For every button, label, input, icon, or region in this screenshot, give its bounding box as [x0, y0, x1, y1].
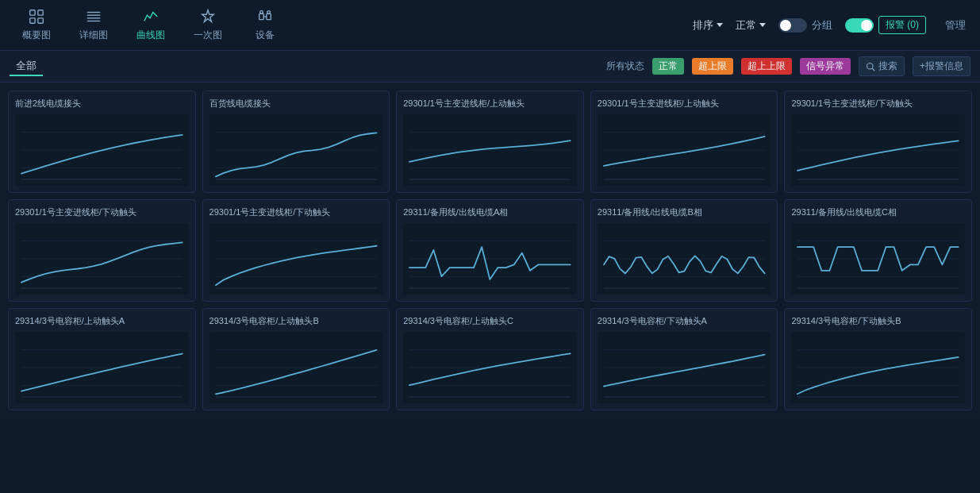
- group-toggle-group: 分组: [778, 18, 832, 33]
- nav-overview[interactable]: 概要图: [8, 0, 65, 51]
- alert-toggle[interactable]: [845, 18, 874, 33]
- chart-area: [15, 332, 189, 403]
- nav-primary[interactable]: 一次图: [179, 0, 236, 51]
- chart-card-title: 29301/1号主变进线柜/下动触头: [15, 206, 189, 218]
- status-label: 所有状态: [606, 60, 644, 73]
- chart-area: [15, 223, 189, 295]
- search-icon: [866, 62, 875, 71]
- filter-signal[interactable]: 信号异常: [800, 58, 851, 75]
- chart-card[interactable]: 29301/1号主变进线柜/下动触头: [784, 91, 972, 193]
- chart-card[interactable]: 29314/3号电容柜/上动触头C: [396, 308, 584, 410]
- chart-area: [598, 332, 771, 403]
- chart-card-title: 29301/1号主变进线柜/下动触头: [209, 206, 383, 218]
- chart-area: [209, 332, 383, 403]
- chart-card-title: 29301/1号主变进线柜/上动触头: [598, 98, 771, 110]
- sort-arrow-icon: [717, 23, 723, 30]
- chart-area: [209, 114, 383, 186]
- manage-button[interactable]: 管理: [939, 18, 972, 33]
- chart-card[interactable]: 29301/1号主变进线柜/下动触头: [202, 199, 390, 302]
- chart-card-title: 29314/3号电容柜/下动触头B: [791, 315, 965, 327]
- svg-rect-1: [38, 10, 43, 15]
- svg-point-13: [867, 63, 873, 69]
- chart-card[interactable]: 29314/3号电容柜/下动触头A: [590, 308, 778, 410]
- nav-detail[interactable]: 详细图: [65, 0, 122, 51]
- chart-card[interactable]: 29314/3号电容柜/下动触头B: [784, 308, 972, 410]
- alert-toggle-group: 报警 (0): [845, 16, 926, 34]
- chart-card-title: 29301/1号主变进线柜/上动触头: [403, 98, 577, 110]
- search-label: 搜索: [878, 60, 897, 73]
- filter-over-high[interactable]: 超上限: [692, 58, 733, 75]
- chart-card-title: 前进2线电缆接头: [15, 98, 189, 110]
- filter-over-very-high[interactable]: 超上上限: [741, 58, 792, 75]
- status-filter-button[interactable]: 正常: [736, 18, 766, 33]
- chart-card[interactable]: 29314/3号电容柜/上动触头B: [202, 308, 390, 410]
- chart-card[interactable]: 百货线电缆接头: [202, 91, 390, 193]
- sort-button[interactable]: 排序: [693, 18, 723, 33]
- nav-curve[interactable]: 曲线图: [122, 0, 179, 51]
- report-button[interactable]: +报警信息: [913, 56, 970, 76]
- chart-card-title: 29301/1号主变进线柜/下动触头: [791, 98, 965, 110]
- filter-normal[interactable]: 正常: [652, 58, 684, 75]
- search-box[interactable]: 搜索: [859, 56, 905, 76]
- chart-card[interactable]: 29301/1号主变进线柜/上动触头: [590, 91, 778, 193]
- chart-card[interactable]: 29301/1号主变进线柜/上动触头: [396, 91, 584, 193]
- chart-card[interactable]: 29311/备用线/出线电缆B相: [590, 199, 778, 302]
- chart-card[interactable]: 29311/备用线/出线电缆A相: [396, 199, 584, 302]
- chart-card-title: 百货线电缆接头: [209, 98, 383, 110]
- svg-rect-3: [38, 18, 43, 23]
- alert-badge: 报警 (0): [878, 16, 926, 34]
- svg-point-11: [260, 11, 263, 14]
- status-arrow-icon: [759, 23, 766, 30]
- chart-area: [403, 332, 577, 403]
- nav-device[interactable]: 设备: [236, 0, 294, 51]
- filter-all[interactable]: 全部: [10, 57, 43, 76]
- chart-card-title: 29314/3号电容柜/下动触头A: [598, 315, 771, 327]
- nav-controls: 排序 正常 分组 报警 (0) 管理: [693, 16, 972, 34]
- chart-card-title: 29314/3号电容柜/上动触头B: [209, 315, 383, 327]
- chart-card[interactable]: 前进2线电缆接头: [8, 91, 196, 193]
- svg-rect-2: [30, 18, 35, 23]
- chart-card-title: 29314/3号电容柜/上动触头A: [15, 315, 189, 327]
- chart-area: [791, 114, 965, 186]
- chart-card[interactable]: 29301/1号主变进线柜/下动触头: [8, 199, 196, 302]
- chart-card-title: 29311/备用线/出线电缆B相: [598, 206, 771, 218]
- filter-bar: 全部 所有状态 正常 超上限 超上上限 信号异常 搜索 +报警信息: [0, 51, 980, 83]
- chart-card-title: 29314/3号电容柜/上动触头C: [403, 315, 577, 327]
- chart-area: [598, 223, 771, 295]
- chart-area: [403, 223, 577, 295]
- svg-rect-8: [259, 13, 264, 19]
- svg-rect-9: [267, 13, 271, 19]
- chart-card-title: 29311/备用线/出线电缆A相: [403, 206, 577, 218]
- chart-area: [209, 223, 383, 295]
- chart-area: [403, 114, 577, 186]
- svg-line-14: [872, 68, 874, 71]
- svg-rect-0: [30, 10, 35, 15]
- chart-grid: 前进2线电缆接头 百货线电缆接头 29301/1号主变进线柜/上动触头 2930…: [0, 83, 980, 418]
- chart-card[interactable]: 29314/3号电容柜/上动触头A: [8, 308, 196, 410]
- top-navigation: 概要图 详细图 曲线图 一次图: [0, 0, 980, 51]
- chart-area: [598, 114, 771, 186]
- chart-area: [15, 114, 189, 186]
- group-toggle[interactable]: [778, 18, 807, 33]
- svg-point-12: [267, 11, 271, 14]
- chart-card[interactable]: 29311/备用线/出线电缆C相: [784, 199, 972, 302]
- chart-area: [791, 223, 965, 295]
- chart-card-title: 29311/备用线/出线电缆C相: [791, 206, 965, 218]
- chart-area: [791, 332, 965, 403]
